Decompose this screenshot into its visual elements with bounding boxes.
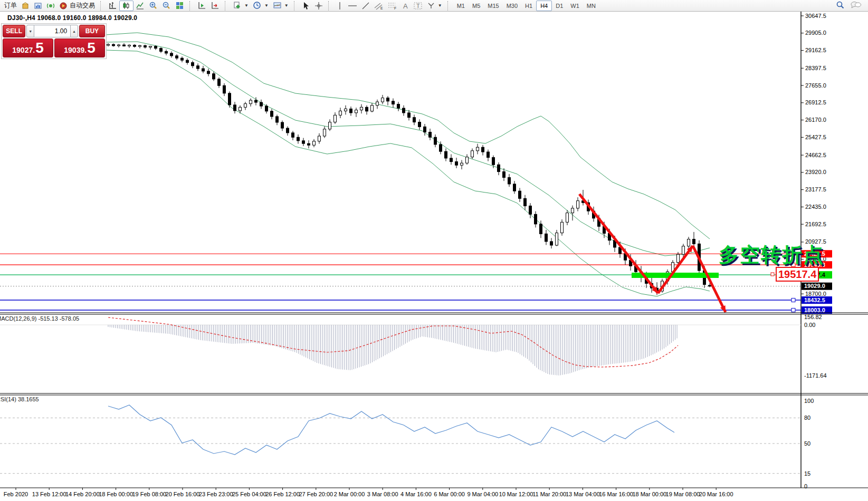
search-icon[interactable] [836, 1, 845, 11]
hline-handle [791, 298, 795, 302]
cursor-icon[interactable] [300, 1, 312, 11]
candle-body [302, 141, 305, 143]
crosshair-icon[interactable] [312, 1, 325, 11]
candle-body [424, 127, 426, 132]
price-level-label[interactable]: 19517.4 [776, 267, 819, 282]
candle-body [287, 128, 289, 133]
price-main: 19039. [64, 41, 87, 59]
equidistant-channel-icon[interactable]: E [372, 1, 386, 11]
candle-body [323, 129, 326, 136]
time-tick-label: 3 Mar 08:00 [367, 491, 398, 497]
timeframe-toolbar: M1M5M15M30H1H4D1W1MN [453, 0, 599, 12]
price-tick-label: 26912.5 [805, 99, 826, 105]
chevron-down-icon: ▼ [438, 3, 442, 8]
candlestick-chart-icon[interactable] [119, 1, 133, 11]
volume-input[interactable] [34, 25, 70, 37]
timeframe-button-h1[interactable]: H1 [521, 1, 536, 11]
candle-body [360, 107, 363, 110]
price-tick-label: 24662.5 [805, 152, 826, 158]
timeframe-button-h4[interactable]: H4 [536, 1, 552, 11]
candle-body [487, 152, 490, 158]
candle-body [540, 224, 542, 234]
candle-body [281, 122, 284, 128]
sell-price-button[interactable]: 19027.5 [3, 38, 53, 57]
timeframe-button-m30[interactable]: M30 [503, 1, 521, 11]
autotrading-label: 自动交易 [70, 1, 95, 10]
auto-scroll-icon[interactable] [195, 1, 208, 11]
volume-increase-stepper[interactable]: ▲ [70, 25, 78, 37]
text-tool-icon[interactable]: A [399, 1, 412, 11]
timeframe-button-m1[interactable]: M1 [453, 1, 469, 11]
signal-icon[interactable] [44, 1, 57, 11]
rsi-indicator-label: RSI(14) 38.1655 [0, 396, 39, 402]
new-order-label: 订单 [4, 1, 17, 10]
candle-body [577, 201, 579, 208]
candle-body [350, 109, 352, 113]
chart-shift-icon[interactable] [208, 1, 222, 11]
price-tick-label: 22435.0 [805, 204, 826, 210]
chat-icon[interactable] [850, 1, 862, 11]
timeframe-button-mn[interactable]: MN [583, 1, 599, 11]
time-tick-label: 25 Feb 04:00 [232, 491, 266, 497]
candle-body [455, 162, 458, 166]
templates-button[interactable]: ▼ [271, 1, 291, 11]
trendline-tool-icon[interactable] [359, 1, 372, 11]
text-label-tool-icon[interactable]: T [412, 1, 425, 11]
new-order-button[interactable]: 订单 [2, 1, 19, 11]
chart-window-icon[interactable] [32, 1, 44, 11]
timeframe-button-d1[interactable]: D1 [552, 1, 567, 11]
tile-windows-icon[interactable] [173, 1, 186, 11]
price-tick-label: 28397.5 [805, 65, 826, 71]
candle-body [503, 172, 505, 178]
periods-button[interactable]: ▼ [251, 1, 271, 11]
line-chart-icon[interactable] [133, 1, 147, 11]
arrows-tool-button[interactable]: ▼ [425, 1, 444, 11]
svg-text:F: F [394, 6, 396, 10]
candle-body [529, 206, 532, 214]
autotrading-button[interactable]: 自动交易 [57, 1, 97, 11]
candle-body [313, 141, 316, 146]
candle-body [381, 98, 384, 102]
sell-button[interactable]: SELL [3, 25, 25, 37]
price-pip: 5 [87, 39, 96, 57]
candle-body [118, 45, 120, 46]
volume-decrease-stepper[interactable]: ▼ [26, 25, 34, 37]
bar-chart-icon[interactable] [106, 1, 119, 11]
turning-point-annotation[interactable]: 多空转折点 [719, 242, 824, 268]
candle-body [112, 44, 115, 46]
buy-button[interactable]: BUY [79, 25, 105, 37]
macd-indicator-label: MACD(12,26,9) -515.13 -578.05 [0, 315, 79, 322]
hline-handle [791, 309, 795, 312]
timeframe-button-m5[interactable]: M5 [469, 1, 484, 11]
new-chart-button[interactable]: ▼ [231, 1, 251, 11]
candle-body [466, 157, 469, 163]
candle-body [376, 102, 379, 105]
timeframe-button-m15[interactable]: M15 [484, 1, 502, 11]
horizontal-line-tool-icon[interactable] [346, 1, 359, 11]
candle-body [492, 158, 495, 165]
candle-body [202, 69, 205, 71]
zoom-out-icon[interactable] [160, 1, 173, 11]
candle-body [155, 46, 157, 49]
price-badge-label: 19029.0 [804, 283, 825, 289]
candle-body [550, 242, 553, 245]
main-toolbar: 订单 自动交易 [0, 0, 868, 12]
candle-body [366, 107, 368, 111]
clock-icon [253, 1, 262, 10]
buy-price-button[interactable]: 19039.5 [54, 38, 105, 57]
toolbar-separator [189, 1, 193, 11]
candle-body [545, 234, 548, 242]
zoom-in-icon[interactable] [147, 1, 160, 11]
candle-body [181, 58, 184, 60]
candle-body [513, 184, 516, 191]
candle-body [149, 46, 152, 47]
price-tick-label: 29905.0 [805, 30, 826, 36]
candle-body [276, 117, 279, 122]
fibonacci-icon[interactable]: F [386, 1, 399, 11]
time-tick-label: 18 Feb 00:00 [99, 491, 133, 497]
toolbar-separator [225, 1, 228, 11]
time-tick-label: 4 Mar 16:00 [400, 491, 432, 497]
timeframe-button-w1[interactable]: W1 [567, 1, 583, 11]
vertical-line-tool-icon[interactable] [334, 1, 346, 11]
package-icon[interactable] [19, 1, 32, 11]
